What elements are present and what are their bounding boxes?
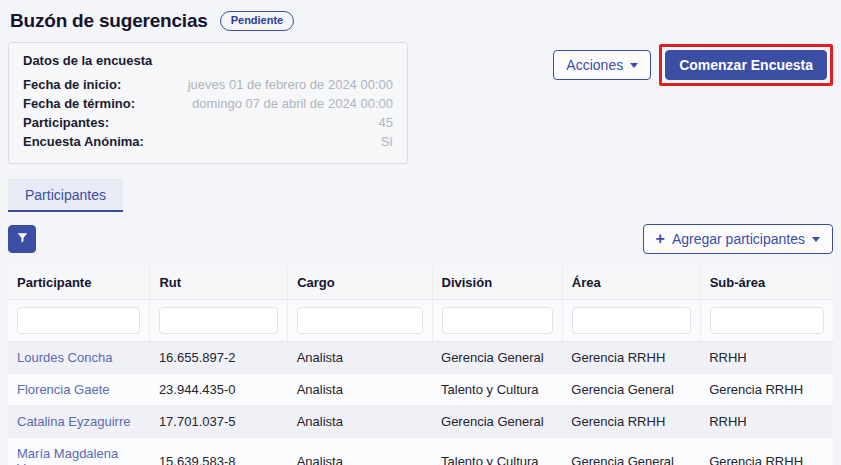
cell-rut: 16.655.897-2	[150, 342, 288, 374]
cell-subarea: RRHH	[700, 342, 833, 374]
actions-dropdown-label: Acciones	[566, 57, 623, 73]
filter-input-participante[interactable]	[17, 307, 140, 334]
cell-division: Talento y Cultura	[432, 438, 562, 465]
plus-icon: +	[656, 233, 665, 245]
red-highlight-annotation: Comenzar Encuesta	[659, 44, 833, 86]
actions-dropdown-button[interactable]: Acciones	[553, 50, 651, 80]
tab-participantes[interactable]: Participantes	[8, 179, 123, 212]
survey-field-end-date: Fecha de término: domingo 07 de abril de…	[23, 94, 393, 113]
participants-toolbar: + Agregar participantes	[8, 224, 833, 254]
filter-input-rut[interactable]	[159, 307, 278, 334]
survey-field-anonymous: Encuesta Anónima: Sí	[23, 132, 393, 151]
survey-panel-title: Datos de la encuesta	[23, 53, 393, 68]
cell-division: Talento y Cultura	[432, 374, 562, 406]
page-title: Buzón de sugerencias	[10, 10, 208, 32]
filter-input-area[interactable]	[572, 307, 691, 334]
cell-rut: 15.639.583-8	[150, 438, 288, 465]
column-header-area: Área	[562, 266, 700, 300]
cell-rut: 23.944.435-0	[150, 374, 288, 406]
cell-subarea: RRHH	[700, 406, 833, 438]
cell-cargo: Analista	[288, 406, 432, 438]
column-header-division: División	[432, 266, 562, 300]
cell-area: Gerencia General	[562, 438, 700, 465]
filter-input-subarea[interactable]	[710, 307, 824, 334]
field-value: domingo 07 de abril de 2024 00:00	[192, 94, 393, 113]
column-header-cargo: Cargo	[288, 266, 432, 300]
table-row: María Magdalena Varas 15.639.583-8 Anali…	[8, 438, 833, 465]
tab-bar: Participantes	[8, 179, 833, 212]
cell-cargo: Analista	[288, 438, 432, 465]
cell-division: Gerencia General	[432, 342, 562, 374]
filter-button[interactable]	[8, 225, 36, 253]
funnel-icon	[16, 231, 29, 247]
page: Buzón de sugerencias Pendiente Datos de …	[0, 0, 841, 465]
column-header-rut: Rut	[150, 266, 288, 300]
filter-input-cargo[interactable]	[297, 307, 422, 334]
cell-cargo: Analista	[288, 374, 432, 406]
participant-link[interactable]: Catalina Eyzaguirre	[17, 414, 130, 429]
start-survey-button[interactable]: Comenzar Encuesta	[665, 50, 827, 80]
table-header: Participante Rut Cargo División Área Sub…	[8, 266, 833, 342]
survey-data-panel: Datos de la encuesta Fecha de inicio: ju…	[8, 42, 408, 164]
column-header-participante: Participante	[8, 266, 150, 300]
participants-table: Participante Rut Cargo División Área Sub…	[8, 266, 833, 465]
cell-area: Gerencia RRHH	[562, 406, 700, 438]
participant-link[interactable]: Lourdes Concha	[17, 350, 112, 365]
status-badge: Pendiente	[220, 11, 295, 31]
field-label: Fecha de inicio:	[23, 75, 121, 94]
add-participants-label: Agregar participantes	[672, 231, 805, 247]
table-body: Lourdes Concha 16.655.897-2 Analista Ger…	[8, 342, 833, 465]
table-row: Florencia Gaete 23.944.435-0 Analista Ta…	[8, 374, 833, 406]
table-filter-row	[8, 300, 833, 342]
cell-rut: 17.701.037-5	[150, 406, 288, 438]
cell-division: Gerencia General	[432, 406, 562, 438]
add-participants-button[interactable]: + Agregar participantes	[643, 224, 833, 254]
page-header: Buzón de sugerencias Pendiente	[10, 10, 833, 32]
survey-field-participants: Participantes: 45	[23, 113, 393, 132]
field-value: 45	[379, 113, 393, 132]
participant-link[interactable]: María Magdalena Varas	[17, 446, 118, 465]
field-label: Participantes:	[23, 113, 109, 132]
participant-link[interactable]: Florencia Gaete	[17, 382, 110, 397]
table-row: Catalina Eyzaguirre 17.701.037-5 Analist…	[8, 406, 833, 438]
action-buttons: Acciones Comenzar Encuesta	[553, 44, 833, 86]
top-section: Datos de la encuesta Fecha de inicio: ju…	[8, 42, 833, 164]
filter-input-division[interactable]	[442, 307, 553, 334]
chevron-down-icon	[812, 237, 820, 242]
cell-subarea: Gerencia RRHH	[700, 438, 833, 465]
field-value: Sí	[381, 132, 393, 151]
cell-area: Gerencia General	[562, 374, 700, 406]
field-label: Encuesta Anónima:	[23, 132, 144, 151]
cell-cargo: Analista	[288, 342, 432, 374]
survey-field-start-date: Fecha de inicio: jueves 01 de febrero de…	[23, 75, 393, 94]
field-label: Fecha de término:	[23, 94, 135, 113]
chevron-down-icon	[630, 63, 638, 68]
cell-area: Gerencia RRHH	[562, 342, 700, 374]
cell-subarea: Gerencia RRHH	[700, 374, 833, 406]
column-header-subarea: Sub-área	[700, 266, 833, 300]
field-value: jueves 01 de febrero de 2024 00:00	[188, 75, 393, 94]
table-row: Lourdes Concha 16.655.897-2 Analista Ger…	[8, 342, 833, 374]
